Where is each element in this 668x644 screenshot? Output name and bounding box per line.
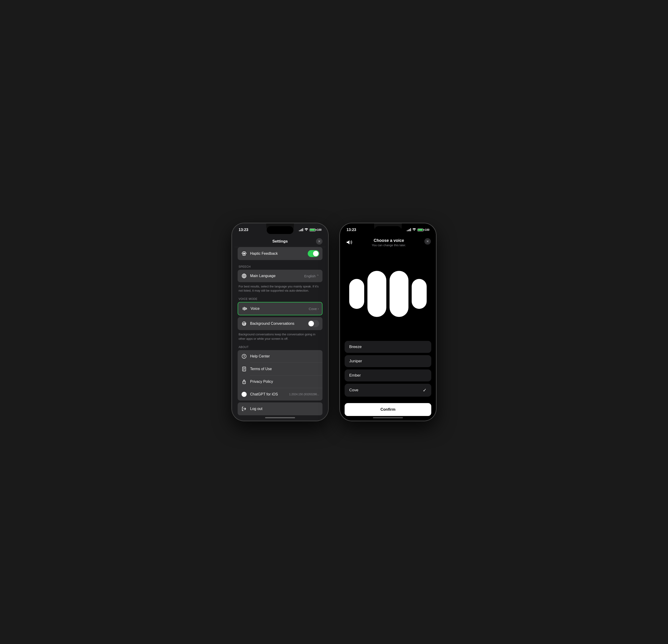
globe-icon — [241, 273, 247, 279]
signal-icon — [299, 229, 303, 231]
voice-value: Cove — [309, 307, 317, 311]
svg-rect-1 — [243, 253, 245, 254]
speaker-icon[interactable] — [345, 238, 353, 247]
voice-cove-label: Cove — [349, 388, 359, 392]
battery-level-2: 100 — [425, 228, 429, 232]
modal-close-button[interactable]: ✕ — [316, 238, 322, 245]
background-toggle[interactable] — [308, 320, 319, 327]
svg-rect-2 — [242, 253, 242, 254]
voice-status-icons: 100 — [407, 228, 429, 232]
settings-content: Haptic Feedback SPEECH — [234, 247, 326, 420]
haptic-feedback-row[interactable]: Haptic Feedback — [238, 247, 322, 260]
speech-section-label: SPEECH — [238, 262, 322, 270]
privacy-label: Privacy Policy — [250, 380, 319, 384]
modal-header: Settings ✕ — [234, 235, 326, 247]
about-section-label: ABOUT — [238, 342, 322, 350]
terms-icon — [241, 366, 247, 372]
svg-rect-3 — [246, 253, 246, 254]
voice-mode-section-label: VOICE MODE — [238, 294, 322, 302]
voice-cove-check: ✓ — [423, 388, 427, 393]
voice-close-button[interactable]: ✕ — [424, 238, 431, 245]
settings-screen: 13:23 100 — [232, 223, 328, 421]
svg-rect-10 — [243, 323, 243, 326]
voice-breeze-label: Breeze — [349, 345, 362, 349]
language-chevron: ⌃ — [317, 274, 319, 278]
terms-row[interactable]: Terms of Use — [238, 363, 322, 375]
battery-icon-2 — [418, 229, 423, 232]
close-icon: ✕ — [318, 239, 321, 243]
chatgpt-row[interactable]: ChatGPT for iOS 1.2024.150 (93263286... — [238, 388, 322, 400]
logout-icon — [241, 406, 247, 412]
voice-blob-4 — [412, 279, 427, 309]
chatgpt-version: 1.2024.150 (93263286... — [289, 393, 319, 396]
voice-animation — [340, 249, 436, 339]
help-label: Help Center — [250, 354, 319, 358]
logout-row[interactable]: Log out — [238, 403, 322, 415]
privacy-row[interactable]: Privacy Policy — [238, 375, 322, 388]
voice-blob-3 — [390, 271, 408, 317]
help-icon: ? — [241, 353, 247, 360]
voice-close-icon: ✕ — [426, 239, 429, 243]
voice-list: Breeze Juniper Ember Cove ✓ — [340, 339, 436, 401]
svg-point-17 — [244, 382, 245, 382]
svg-rect-12 — [245, 323, 246, 326]
modal-title: Settings — [272, 239, 288, 244]
dynamic-island-2 — [375, 226, 401, 234]
svg-rect-8 — [246, 308, 247, 310]
status-time: 13:23 — [239, 227, 248, 232]
home-indicator — [265, 417, 295, 418]
chatgpt-icon — [241, 391, 247, 397]
battery-level: 100 — [317, 228, 321, 232]
about-group: ? Help Center — [238, 350, 322, 400]
language-group: Main Language English ⌃ — [238, 270, 322, 282]
voice-screen: 13:23 100 — [340, 223, 436, 421]
status-icons: 100 — [299, 228, 321, 232]
phones-container: 13:23 100 — [232, 223, 436, 421]
voice-row[interactable]: Voice Cove › — [238, 302, 322, 315]
wifi-icon-2 — [412, 228, 416, 232]
language-label: Main Language — [250, 274, 304, 278]
confirm-label: Confirm — [380, 407, 395, 412]
logout-label: Log out — [250, 407, 319, 411]
confirm-button[interactable]: Confirm — [345, 403, 431, 416]
voice-ember-label: Ember — [349, 373, 361, 378]
language-info: For best results, select the language yo… — [238, 284, 322, 294]
background-info: Background conversations keep the conver… — [238, 332, 322, 342]
background-icon — [241, 320, 247, 327]
voice-option-ember[interactable]: Ember — [345, 370, 431, 381]
home-indicator-2 — [373, 417, 403, 418]
haptic-icon — [241, 250, 247, 257]
haptic-toggle[interactable] — [308, 250, 319, 257]
chatgpt-label: ChatGPT for iOS — [250, 392, 289, 396]
background-group: Background Conversations — [238, 317, 322, 330]
voice-status-time: 13:23 — [347, 227, 356, 232]
wifi-icon — [304, 228, 308, 232]
svg-text:?: ? — [243, 355, 245, 358]
haptic-label: Haptic Feedback — [250, 252, 308, 256]
phone-settings: 13:23 100 — [232, 223, 329, 421]
voice-choose-subtitle: You can change this later. — [372, 244, 406, 247]
dynamic-island — [267, 226, 293, 234]
voice-title-block: Choose a voice You can change this later… — [372, 238, 406, 247]
background-row[interactable]: Background Conversations — [238, 317, 322, 330]
voice-chevron: › — [318, 307, 319, 311]
svg-rect-6 — [244, 307, 245, 311]
help-center-row[interactable]: ? Help Center — [238, 350, 322, 363]
voice-juniper-label: Juniper — [349, 359, 362, 363]
svg-rect-5 — [243, 308, 243, 310]
voice-label: Voice — [250, 307, 309, 311]
voice-option-breeze[interactable]: Breeze — [345, 341, 431, 353]
voice-header: Choose a voice You can change this later… — [340, 235, 436, 249]
privacy-icon — [241, 378, 247, 385]
voice-option-juniper[interactable]: Juniper — [345, 355, 431, 367]
voice-icon — [241, 305, 248, 312]
main-language-row[interactable]: Main Language English ⌃ — [238, 270, 322, 282]
svg-rect-11 — [244, 323, 245, 326]
voice-option-cove[interactable]: Cove ✓ — [345, 384, 431, 397]
background-label: Background Conversations — [250, 321, 308, 326]
phone-voice: 13:23 100 — [339, 223, 436, 421]
battery-icon — [309, 229, 316, 232]
terms-label: Terms of Use — [250, 367, 319, 371]
language-value: English — [304, 274, 316, 278]
voice-blob-1 — [349, 279, 364, 309]
